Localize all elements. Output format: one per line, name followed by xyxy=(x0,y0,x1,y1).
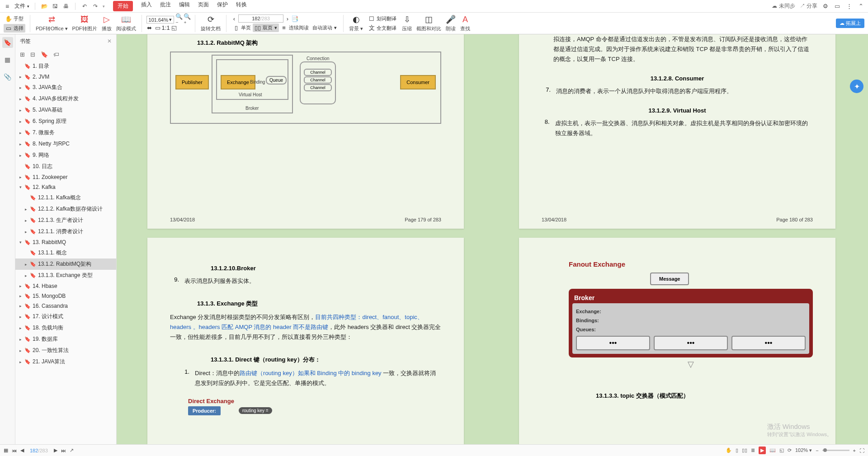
continuous-read[interactable]: ≡连续阅读 xyxy=(279,24,311,32)
save-icon[interactable]: 🖫 xyxy=(52,3,59,10)
zoom-in-icon[interactable]: 🔍⁺ xyxy=(184,17,190,23)
bookmark-item[interactable]: 🔖10. 日志 xyxy=(15,161,116,172)
close-sidebar-icon[interactable]: ✕ xyxy=(107,38,112,44)
auto-scroll[interactable]: 自动滚动 ▾ xyxy=(311,24,339,32)
next-page-icon[interactable]: › xyxy=(284,15,291,22)
status-continuous-icon[interactable]: ≣ xyxy=(751,447,755,453)
undo-icon[interactable]: ↶ xyxy=(81,3,88,10)
bookmark-item[interactable]: ▸🔖2. JVM xyxy=(15,72,116,82)
bookmark-item[interactable]: ▸🔖9. 网络 xyxy=(15,150,116,161)
bookmark-item[interactable]: ▸🔖11. Zookeeper xyxy=(15,172,116,182)
fit-page-icon[interactable]: ▭ xyxy=(155,24,161,31)
bookmarks-tab[interactable]: 🔖 xyxy=(2,37,13,48)
status-rotate-icon[interactable]: ⟳ xyxy=(788,447,792,453)
tab-convert[interactable]: 转换 xyxy=(236,1,247,11)
tab-page[interactable]: 页面 xyxy=(198,1,209,11)
select-tool[interactable]: ▭选择 xyxy=(4,24,25,33)
bookmark-item[interactable]: 🔖13.1.1. 概念 xyxy=(15,247,116,259)
bookmark-item[interactable]: ▸🔖15. MongoDB xyxy=(15,291,116,301)
bookmark-item[interactable]: ▸🔖6. Spring 原理 xyxy=(15,116,116,127)
tab-start[interactable]: 开始 xyxy=(113,1,133,11)
bookmark-item[interactable]: 🔖1. 目录 xyxy=(15,61,116,72)
fit-visible-icon[interactable]: ◱ xyxy=(171,24,177,31)
open-icon[interactable]: 📂 xyxy=(41,3,48,10)
tab-insert[interactable]: 插入 xyxy=(141,1,152,11)
tab-protect[interactable]: 保护 xyxy=(217,1,228,11)
bookmark-item[interactable]: ▸🔖5. JAVA基础 xyxy=(15,104,116,116)
zoom-input[interactable]: 101.64% ▾ xyxy=(146,16,174,24)
bookmark-item[interactable]: ▸🔖19. 数据库 xyxy=(15,334,116,345)
bookmark-item[interactable]: ▸🔖13.1.3. Exchange 类型 xyxy=(15,270,116,281)
bookmark-item[interactable]: ▸🔖12.1.2. Kafka数据存储设计 xyxy=(15,203,116,215)
play-button[interactable]: ▷播放 xyxy=(101,14,113,32)
bookmark-item[interactable]: ▸🔖18. 负载均衡 xyxy=(15,322,116,334)
status-read-icon[interactable]: 📖 xyxy=(769,447,776,453)
more-icon[interactable]: ⋮ xyxy=(845,3,853,10)
bookmark-item[interactable]: ▸🔖4. JAVA多线程并发 xyxy=(15,93,116,104)
bookmark-list[interactable]: 🔖1. 目录▸🔖2. JVM▸🔖3. JAVA集合▸🔖4. JAVA多线程并发▸… xyxy=(15,61,116,456)
status-goto-icon[interactable]: ↗ xyxy=(70,447,74,453)
status-fit-icon[interactable]: ◱ xyxy=(779,447,784,453)
status-zoom-out-icon[interactable]: − xyxy=(816,448,818,453)
status-next-icon[interactable]: ▶ xyxy=(54,447,57,453)
dual-page[interactable]: ▯▯双页 ▾ xyxy=(253,24,279,32)
status-zoom-label[interactable]: 102% ▾ xyxy=(795,447,812,453)
status-page-input[interactable]: 182/283 xyxy=(28,447,50,454)
bookmark-item[interactable]: ▸🔖14. Hbase xyxy=(15,281,116,291)
status-zoom-in-icon[interactable]: + xyxy=(853,448,856,453)
sync-status[interactable]: ☁ 未同步 xyxy=(772,2,795,10)
expand-all-icon[interactable]: ⊞ xyxy=(20,51,25,58)
pdf-to-office[interactable]: ⇄PDF转Office ▾ xyxy=(35,14,69,32)
tab-edit[interactable]: 编辑 xyxy=(179,1,190,11)
full-translate[interactable]: 文全文翻译 xyxy=(367,24,398,33)
window-icon[interactable]: ▭ xyxy=(834,3,841,10)
collapse-icon[interactable]: ⌃ xyxy=(857,3,864,10)
status-last-icon[interactable]: ⏭ xyxy=(61,448,66,453)
bookmark-item[interactable]: ▸🔖12.1.3. 生产者设计 xyxy=(15,215,116,226)
print-icon[interactable]: 🖶 xyxy=(62,3,70,10)
collapse-all-icon[interactable]: ⊟ xyxy=(30,51,35,58)
bookmark-item[interactable]: ▸🔖17. 设计模式 xyxy=(15,311,116,322)
bookmark-item[interactable]: ▸🔖12.1.1. 消费者设计 xyxy=(15,226,116,237)
float-assist-button[interactable]: ✦ xyxy=(850,80,863,93)
file-menu[interactable]: 文件 ▾ xyxy=(14,2,29,10)
bookmark-goto-icon[interactable]: 🏷 xyxy=(53,51,59,58)
bookmark-item[interactable]: ▸🔖20. 一致性算法 xyxy=(15,345,116,356)
rotate-doc[interactable]: ⟳旋转文档 xyxy=(200,14,222,32)
fit-width-icon[interactable]: ⬌ xyxy=(146,24,153,31)
bookmark-item[interactable]: ▸🔖21. JAVA算法 xyxy=(15,356,116,367)
bookmark-item[interactable]: ▸🔖13.1.2. RabbitMQ架构 xyxy=(15,259,116,270)
bookmark-item[interactable]: ▾🔖13. RabbitMQ xyxy=(15,237,116,247)
upload-button[interactable]: ☁ 拓展上 xyxy=(836,19,864,28)
find[interactable]: A查找 xyxy=(459,14,471,32)
status-fullscreen-icon[interactable]: ⛶ xyxy=(859,448,864,453)
read-mode[interactable]: 📖阅读模式 xyxy=(115,14,137,32)
bookmark-add-icon[interactable]: 🔖 xyxy=(41,51,48,58)
status-hand-icon[interactable]: ✋ xyxy=(726,447,732,453)
bookmark-item[interactable]: ▸🔖8. Netty 与RPC xyxy=(15,138,116,150)
status-play-icon[interactable]: ▶ xyxy=(759,447,766,454)
bookmark-item[interactable]: ▸🔖7. 微服务 xyxy=(15,127,116,138)
attachments-tab[interactable]: 📎 xyxy=(2,71,13,82)
status-prev-icon[interactable]: ◀ xyxy=(20,447,24,453)
document-viewport[interactable]: 13.1.2. RabbitMQ 架构 Publisher Exchange B… xyxy=(117,34,868,456)
hamburger-icon[interactable]: ≡ xyxy=(4,3,11,10)
compress[interactable]: ⇩压缩 xyxy=(401,14,413,32)
thumbnails-tab[interactable]: ▦ xyxy=(2,54,13,65)
word-translate[interactable]: ☐划词翻译 xyxy=(367,14,398,23)
redo-icon[interactable]: ↷ xyxy=(92,3,99,10)
bookmark-item[interactable]: ▾🔖12. Kafka xyxy=(15,182,116,192)
bookmark-item[interactable]: ▸🔖3. JAVA集合 xyxy=(15,82,116,93)
hand-tool[interactable]: ✋手型 xyxy=(4,14,25,23)
status-single-icon[interactable]: ▯ xyxy=(736,447,738,453)
actual-size-icon[interactable]: 1:1 xyxy=(163,24,169,31)
tab-annotate[interactable]: 批注 xyxy=(160,1,171,11)
status-grid-icon[interactable]: ▦ xyxy=(4,447,8,453)
bookmark-item[interactable]: ▸🔖16. Cassandra xyxy=(15,301,116,311)
goto-page-icon[interactable]: 📑 xyxy=(292,15,298,22)
background[interactable]: ◐背景 ▾ xyxy=(348,14,364,32)
status-first-icon[interactable]: ⏮ xyxy=(12,448,17,453)
status-dual-icon[interactable]: ▯▯ xyxy=(742,447,747,453)
read-aloud[interactable]: 🎤朗读 xyxy=(445,14,457,32)
share-button[interactable]: ↗ 分享 xyxy=(800,2,817,10)
